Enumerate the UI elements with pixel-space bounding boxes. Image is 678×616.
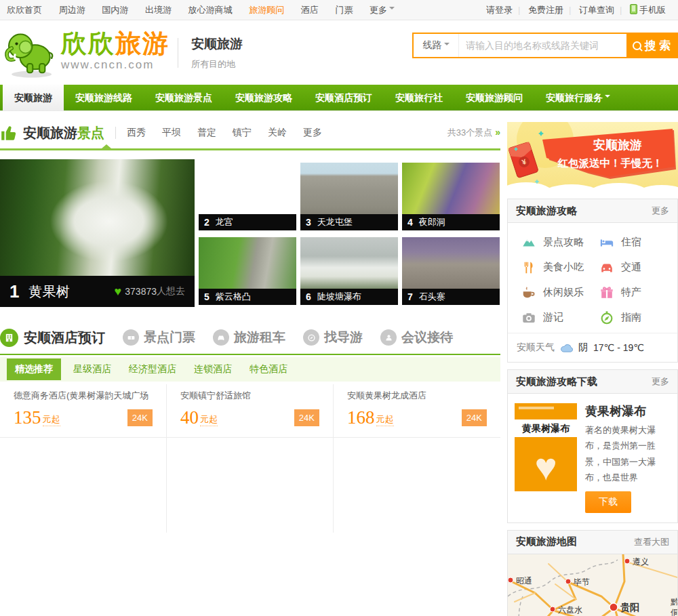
service-tickets-link[interactable]: 景点门票 [123, 329, 195, 346]
nav-item-services-label: 安顺旅行服务 [546, 92, 603, 103]
hotel-tab-star[interactable]: 星级酒店 [73, 363, 111, 375]
guide-item-label: 交通 [621, 261, 641, 274]
guide-item-food[interactable]: 美食小吃 [521, 255, 599, 280]
search-category-select[interactable]: 线路 [414, 34, 459, 57]
guide-item-travelogue[interactable]: 游记 [521, 305, 599, 330]
guide-box-header: 安顺旅游攻略 更多 [508, 199, 677, 223]
nav-item-services[interactable]: 安顺旅行服务 [534, 85, 622, 110]
guide-item-label: 休闲娱乐 [543, 286, 584, 299]
topbar-more-label: 更多 [370, 5, 387, 15]
guide-item-label: 美食小吃 [543, 261, 584, 274]
divider [115, 127, 116, 139]
map-enlarge-link[interactable]: 查看大图 [634, 536, 669, 548]
hotel-name[interactable]: 安顺黄果树龙成酒店 [347, 390, 487, 402]
hotel-badge: 24K [294, 409, 319, 426]
nav-item-hotel[interactable]: 安顺酒店预订 [304, 85, 384, 110]
hotel-name[interactable]: 德意商务酒店(黄果树瀑韵天城广场 [14, 390, 153, 402]
phone-icon [630, 4, 637, 14]
spot-tile-featured[interactable]: 1 黄果树 ♥ 373873 人想去 [0, 159, 195, 307]
map-image[interactable]: 遵义 昭通 毕节 六盘水 贵阳 安顺 都匀 [508, 554, 677, 616]
topbar-link-outbound[interactable]: 出境游 [145, 5, 172, 15]
cover-tagline-bar [519, 407, 554, 409]
nav-item-guide[interactable]: 安顺旅游攻略 [224, 85, 304, 110]
guide-item-spots[interactable]: 景点攻略 [521, 230, 599, 255]
spots-tab-more[interactable]: 更多 [303, 127, 322, 139]
compass-icon [303, 329, 319, 346]
topbar-link-domestic[interactable]: 国内游 [102, 5, 128, 15]
mobile-version-link[interactable]: 手机版 [630, 5, 666, 15]
login-link[interactable]: 请登录 [486, 5, 513, 15]
elephant-logo[interactable] [3, 23, 58, 83]
nav-item-anshun[interactable]: 安顺旅游 [3, 85, 64, 110]
nav-item-advisor[interactable]: 安顺旅游顾问 [454, 85, 534, 110]
guide-more-link[interactable]: 更多 [652, 205, 669, 217]
guide-item-label: 住宿 [621, 236, 641, 249]
spots-tab-zhenning[interactable]: 镇宁 [233, 127, 252, 139]
nav-item-spots[interactable]: 安顺旅游景点 [144, 85, 224, 110]
guide-item-handbook[interactable]: 指南 [599, 305, 677, 330]
topbar-link-mall[interactable]: 放心游商城 [188, 5, 233, 15]
spot-tile-doupotang[interactable]: 6陡坡塘瀑布 [300, 237, 398, 305]
guide-item-specialty[interactable]: 特产 [599, 280, 677, 305]
guidebook-cover[interactable]: 黄果树瀑布 ♥ [515, 403, 577, 491]
guide-item-label: 景点攻略 [543, 236, 584, 249]
spots-tab-guanling[interactable]: 关岭 [268, 127, 287, 139]
spots-tab-puding[interactable]: 普定 [197, 127, 216, 139]
download-button[interactable]: 下载 [585, 491, 631, 513]
spots-count-link[interactable]: 共33个景点» [447, 127, 500, 139]
nav-item-agency[interactable]: 安顺旅行社 [384, 85, 454, 110]
guide-item-label: 指南 [621, 311, 641, 324]
topbar-link-nearby[interactable]: 周边游 [59, 5, 85, 15]
tile-name: 陡坡塘瀑布 [317, 291, 361, 303]
hotel-tab-chain[interactable]: 连锁酒店 [194, 363, 232, 375]
all-destinations-link[interactable]: 所有目的地 [191, 58, 243, 70]
hotel-tab-economy[interactable]: 经济型酒店 [129, 363, 176, 375]
hotel-name[interactable]: 安顺镇宁舒适旅馆 [180, 390, 319, 402]
guide-item-leisure[interactable]: 休闲娱乐 [521, 280, 599, 305]
topbar-more-menu[interactable]: 更多 [370, 5, 395, 15]
spots-tab-xixiu[interactable]: 西秀 [127, 127, 146, 139]
tile-rank: 7 [407, 291, 413, 302]
promo-line1: 安顺旅游 [593, 138, 642, 152]
service-find-guide-link[interactable]: 找导游 [303, 329, 363, 346]
nav-item-routes[interactable]: 安顺旅游线路 [64, 85, 144, 110]
topbar-link-home[interactable]: 欣欣首页 [7, 5, 42, 15]
promo-banner[interactable]: 安顺旅游 红包派送中！手慢无！ ¥ [507, 122, 678, 192]
spot-tile-tianlongtunbao[interactable]: 3天龙屯堡 [300, 163, 398, 230]
spots-title-prefix: 安顺旅游 [23, 125, 77, 140]
spots-photo-grid: 1 黄果树 ♥ 373873 人想去 2龙宫 3天龙屯堡 4夜郎洞 5紫云格凸 … [0, 159, 500, 312]
order-query-link[interactable]: 订单查询 [579, 5, 614, 15]
wish-count: ♥ 373873 人想去 [115, 285, 185, 299]
hotel-tab-featured[interactable]: 精选推荐 [7, 358, 61, 380]
topbar-link-hotel[interactable]: 酒店 [301, 5, 319, 15]
register-link[interactable]: 免费注册 [528, 5, 563, 15]
hotel-tab-special[interactable]: 特色酒店 [250, 363, 287, 375]
download-more-link[interactable]: 更多 [652, 375, 669, 388]
site-logo-title: 欣欣旅游 [61, 30, 170, 57]
tile-rank: 5 [204, 291, 210, 302]
logo-part-green: 欣欣 [61, 29, 115, 58]
topbar-account: 请登录| 免费注册| 订单查询| 手机版 [481, 0, 671, 20]
search-button[interactable]: 搜 索 [626, 34, 677, 57]
spot-tile-yelangdong[interactable]: 4夜郎洞 [402, 163, 500, 230]
spots-tab-pingba[interactable]: 平坝 [162, 127, 181, 139]
hotel-price-row: 168 元起 24K [347, 409, 487, 426]
search-input[interactable] [459, 34, 626, 57]
service-car-rental-link[interactable]: 旅游租车 [213, 329, 285, 346]
site-logo-text[interactable]: 欣欣旅游 www.cncn.com [61, 30, 170, 72]
guide-item-lodging[interactable]: 住宿 [599, 230, 677, 255]
topbar-link-ticket[interactable]: 门票 [335, 5, 353, 15]
mobile-version-label: 手机版 [639, 5, 666, 15]
guide-item-transport[interactable]: 交通 [599, 255, 677, 280]
spot-tile-longgong[interactable]: 2龙宫 [199, 163, 296, 230]
spot-tile-ziyungetu[interactable]: 5紫云格凸 [199, 237, 296, 305]
person-icon [380, 329, 397, 346]
tile-name: 紫云格凸 [216, 291, 251, 303]
service-meeting-link[interactable]: 会议接待 [380, 329, 453, 346]
logo-part-orange: 旅游 [115, 29, 170, 58]
spot-tile-shitouzhai[interactable]: 7石头寨 [402, 237, 500, 305]
map-box-title: 安顺旅游地图 [516, 535, 577, 548]
content: 安顺旅游景点 西秀 平坝 普定 镇宁 关岭 更多 共33个景点» 1 黄果树 ♥ [0, 111, 678, 616]
hotel-tabs: 精选推荐 星级酒店 经济型酒店 连锁酒店 特色酒店 [0, 357, 500, 382]
topbar-link-advisor[interactable]: 旅游顾问 [249, 5, 284, 15]
